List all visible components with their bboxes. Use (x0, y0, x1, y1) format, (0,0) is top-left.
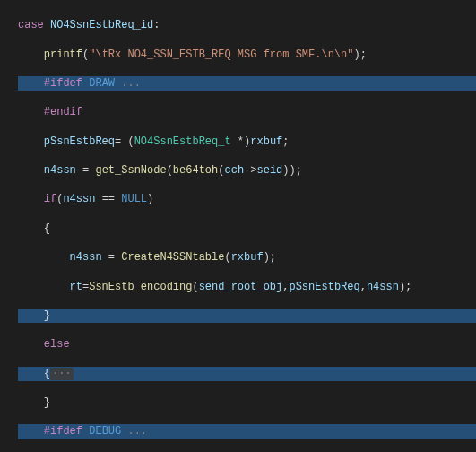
folded-indicator[interactable]: ··· (50, 368, 74, 380)
string-literal: "\tRx NO4_SSN_ESTB_REQ MSG from SMF.\n\n… (89, 48, 353, 61)
code-line[interactable]: {··· (18, 367, 476, 381)
colon: : (153, 19, 160, 31)
code-editor[interactable]: case NO4SsnEstbReq_id: printf("\tRx NO4_… (0, 0, 476, 452)
keyword-if: if (44, 193, 56, 205)
code-line[interactable]: printf("\tRx NO4_SSN_ESTB_REQ MSG from S… (18, 48, 476, 62)
macro-ifdef: #ifdef (44, 77, 82, 90)
code-line[interactable]: #endif (18, 105, 476, 119)
code-line[interactable]: if(n4ssn == NULL) (18, 192, 476, 206)
code-line[interactable]: else (18, 337, 476, 352)
type-name: NO4SsnEstbReq_t (134, 135, 231, 148)
macro-endif: #endif (44, 106, 82, 118)
brace-open: { (44, 222, 50, 235)
macro-name: DRAW (82, 77, 115, 90)
brace-close: } (44, 396, 50, 409)
macro-name: DEBUG (82, 425, 121, 438)
enum-const: NO4SsnEstbReq_id (44, 19, 153, 31)
folded-indicator[interactable]: ... (115, 77, 141, 90)
fn-printf: printf (44, 48, 82, 61)
keyword-else: else (44, 338, 70, 351)
code-line[interactable]: #ifdef DRAW ... (18, 76, 476, 91)
code-line[interactable]: rt=SsnEstb_encoding(send_root_obj,pSsnEs… (18, 280, 476, 294)
code-line[interactable]: n4ssn = CreateN4SSNtable(rxbuf); (18, 250, 476, 265)
macro-ifdef: #ifdef (44, 425, 82, 438)
code-line[interactable]: n4ssn = get_SsnNode(be64toh(cch->seid)); (18, 163, 476, 178)
code-line[interactable]: } (18, 309, 476, 323)
code-line[interactable]: case NO4SsnEstbReq_id: (18, 18, 476, 32)
code-line[interactable]: pSsnEstbReq= (NO4SsnEstbReq_t *)rxbuf; (18, 135, 476, 149)
folded-indicator[interactable]: ... (121, 425, 147, 438)
code-line[interactable]: } (18, 396, 476, 410)
brace-open: { (44, 368, 50, 380)
brace-close: } (44, 309, 50, 322)
keyword-case: case (18, 19, 44, 31)
code-line[interactable]: #ifdef DEBUG ... (18, 424, 476, 439)
code-line[interactable]: { (18, 222, 476, 236)
keyword-null: NULL (121, 193, 147, 205)
